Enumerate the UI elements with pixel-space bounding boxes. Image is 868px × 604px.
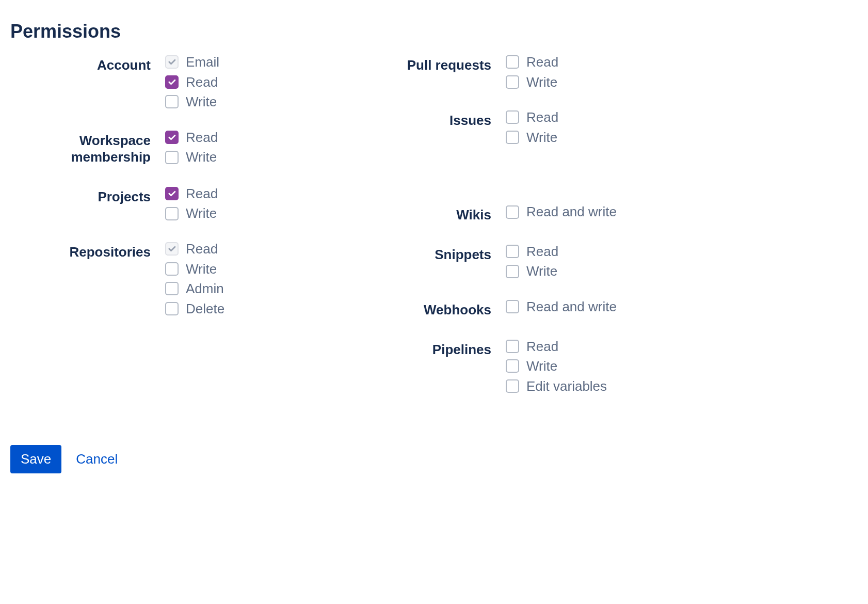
option-label-issues-write: Write bbox=[526, 130, 557, 145]
option-pipelines-write: Write bbox=[506, 359, 607, 374]
checkbox-workspace-membership-read[interactable] bbox=[165, 131, 179, 144]
checkbox-pipelines-write[interactable] bbox=[506, 359, 519, 373]
option-label-account-write: Write bbox=[186, 94, 217, 109]
option-issues-read: Read bbox=[506, 110, 558, 125]
option-label-wikis-read-write: Read and write bbox=[526, 204, 617, 219]
option-repositories-delete: Delete bbox=[165, 301, 224, 316]
option-label-repositories-read: Read bbox=[186, 242, 218, 257]
checkbox-snippets-read[interactable] bbox=[506, 245, 519, 258]
option-label-workspace-membership-read: Read bbox=[186, 130, 218, 145]
checkbox-repositories-admin[interactable] bbox=[165, 282, 179, 295]
option-label-projects-read: Read bbox=[186, 186, 218, 201]
options-pull-requests: ReadWrite bbox=[506, 55, 558, 89]
options-snippets: ReadWrite bbox=[506, 244, 558, 279]
option-pipelines-read: Read bbox=[506, 339, 607, 354]
checkbox-snippets-write[interactable] bbox=[506, 265, 519, 278]
group-label-pull-requests: Pull requests bbox=[361, 55, 506, 74]
group-label-account: Account bbox=[10, 55, 165, 74]
option-label-repositories-write: Write bbox=[186, 262, 217, 277]
permission-group-snippets: SnippetsReadWrite bbox=[361, 244, 692, 279]
option-projects-write: Write bbox=[165, 206, 218, 221]
permissions-column-right: Pull requestsReadWriteIssuesReadWriteWik… bbox=[361, 55, 692, 393]
checkbox-pull-requests-write[interactable] bbox=[506, 75, 519, 89]
options-account: EmailReadWrite bbox=[165, 55, 219, 109]
option-snippets-write: Write bbox=[506, 264, 558, 279]
option-label-account-email: Email bbox=[186, 55, 219, 70]
option-webhooks-read-write: Read and write bbox=[506, 299, 617, 314]
group-label-projects: Projects bbox=[10, 186, 165, 205]
checkbox-repositories-write[interactable] bbox=[165, 262, 179, 276]
group-label-webhooks: Webhooks bbox=[361, 299, 506, 319]
permission-group-repositories: RepositoriesReadWriteAdminDelete bbox=[10, 242, 341, 316]
option-pull-requests-write: Write bbox=[506, 75, 558, 90]
options-pipelines: ReadWriteEdit variables bbox=[506, 339, 607, 394]
option-label-projects-write: Write bbox=[186, 206, 217, 221]
checkbox-account-email bbox=[165, 55, 179, 69]
options-wikis: Read and write bbox=[506, 204, 617, 219]
checkbox-projects-write[interactable] bbox=[165, 207, 179, 220]
option-label-snippets-write: Write bbox=[526, 264, 557, 279]
spacer bbox=[361, 165, 692, 184]
group-label-issues: Issues bbox=[361, 110, 506, 129]
checkbox-repositories-read bbox=[165, 242, 179, 256]
group-label-snippets: Snippets bbox=[361, 244, 506, 263]
permission-group-pull-requests: Pull requestsReadWrite bbox=[361, 55, 692, 89]
permission-group-pipelines: PipelinesReadWriteEdit variables bbox=[361, 339, 692, 394]
options-projects: ReadWrite bbox=[165, 186, 218, 221]
option-label-pull-requests-read: Read bbox=[526, 55, 558, 70]
cancel-button[interactable]: Cancel bbox=[76, 451, 118, 467]
permissions-grid: AccountEmailReadWriteWorkspace membershi… bbox=[10, 55, 858, 393]
checkbox-pipelines-edit-variables[interactable] bbox=[506, 379, 519, 393]
checkbox-repositories-delete[interactable] bbox=[165, 302, 179, 315]
permission-group-wikis: WikisRead and write bbox=[361, 204, 692, 224]
option-label-account-read: Read bbox=[186, 75, 218, 90]
option-wikis-read-write: Read and write bbox=[506, 204, 617, 219]
option-snippets-read: Read bbox=[506, 244, 558, 259]
option-label-snippets-read: Read bbox=[526, 244, 558, 259]
group-label-repositories: Repositories bbox=[10, 242, 165, 261]
option-workspace-membership-write: Write bbox=[165, 150, 218, 165]
page-title: Permissions bbox=[10, 21, 858, 42]
checkbox-webhooks-read-write[interactable] bbox=[506, 300, 519, 313]
checkbox-wikis-read-write[interactable] bbox=[506, 205, 519, 219]
option-repositories-write: Write bbox=[165, 262, 224, 277]
checkbox-account-read[interactable] bbox=[165, 75, 179, 89]
checkbox-account-write[interactable] bbox=[165, 95, 179, 108]
option-repositories-read: Read bbox=[165, 242, 224, 257]
option-pipelines-edit-variables: Edit variables bbox=[506, 379, 607, 394]
option-account-email: Email bbox=[165, 55, 219, 70]
permission-group-workspace-membership: Workspace membershipReadWrite bbox=[10, 130, 341, 166]
save-button[interactable]: Save bbox=[10, 445, 61, 473]
checkbox-issues-write[interactable] bbox=[506, 131, 519, 144]
option-label-repositories-admin: Admin bbox=[186, 281, 224, 296]
option-pull-requests-read: Read bbox=[506, 55, 558, 70]
checkbox-pipelines-read[interactable] bbox=[506, 340, 519, 353]
option-label-webhooks-read-write: Read and write bbox=[526, 299, 617, 314]
options-issues: ReadWrite bbox=[506, 110, 558, 145]
option-label-pipelines-edit-variables: Edit variables bbox=[526, 379, 607, 394]
options-repositories: ReadWriteAdminDelete bbox=[165, 242, 224, 316]
option-issues-write: Write bbox=[506, 130, 558, 145]
option-repositories-admin: Admin bbox=[165, 281, 224, 296]
checkbox-issues-read[interactable] bbox=[506, 110, 519, 124]
group-label-wikis: Wikis bbox=[361, 204, 506, 224]
option-label-pull-requests-write: Write bbox=[526, 75, 557, 90]
checkbox-workspace-membership-write[interactable] bbox=[165, 151, 179, 164]
option-label-workspace-membership-write: Write bbox=[186, 150, 217, 165]
option-account-write: Write bbox=[165, 94, 219, 109]
actions-row: Save Cancel bbox=[10, 445, 858, 473]
option-label-issues-read: Read bbox=[526, 110, 558, 125]
option-projects-read: Read bbox=[165, 186, 218, 201]
option-label-repositories-delete: Delete bbox=[186, 301, 224, 316]
permissions-column-left: AccountEmailReadWriteWorkspace membershi… bbox=[10, 55, 341, 393]
options-webhooks: Read and write bbox=[506, 299, 617, 314]
option-label-pipelines-write: Write bbox=[526, 359, 557, 374]
checkbox-pull-requests-read[interactable] bbox=[506, 55, 519, 69]
group-label-workspace-membership: Workspace membership bbox=[10, 130, 165, 166]
option-label-pipelines-read: Read bbox=[526, 339, 558, 354]
permission-group-webhooks: WebhooksRead and write bbox=[361, 299, 692, 319]
option-workspace-membership-read: Read bbox=[165, 130, 218, 145]
checkbox-projects-read[interactable] bbox=[165, 187, 179, 200]
permission-group-account: AccountEmailReadWrite bbox=[10, 55, 341, 109]
permission-group-issues: IssuesReadWrite bbox=[361, 110, 692, 145]
